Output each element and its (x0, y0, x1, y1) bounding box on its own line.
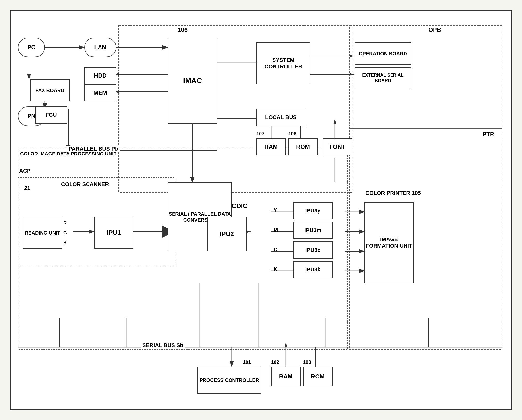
acp-text: ACP (19, 168, 30, 174)
reading-unit-label: READING UNIT (25, 230, 60, 236)
svg-marker-68 (285, 342, 287, 347)
serial-bus-text: SERIAL BUS Sb (142, 342, 183, 348)
num-107: 107 (256, 131, 264, 137)
ipu2-block: IPU2 (207, 217, 246, 251)
color-scanner-text: COLOR SCANNER (61, 181, 109, 187)
ram-top-label: RAM (264, 143, 278, 151)
local-bus-label: LOCAL BUS (265, 114, 297, 121)
b-text: B (63, 240, 67, 245)
mem-label: MEM (93, 89, 107, 97)
reading-unit-block: READING UNIT (23, 217, 62, 249)
ipu3c-block: IPU3c (293, 241, 333, 259)
num-103-text: 103 (303, 359, 311, 365)
ipu2-label: IPU2 (220, 230, 234, 238)
external-serial-board-label: EXTERNAL SERIAL BOARD (355, 73, 411, 83)
num-101: 101 (243, 359, 251, 365)
system-controller-block: SYSTEM CONTROLLER (256, 42, 310, 84)
c-text: C (274, 246, 277, 252)
hdd-block: HDD (84, 67, 116, 84)
pc-block: PC (18, 38, 45, 57)
color-image-data-label: COLOR IMAGE DATA PROCESSING UNIT (19, 151, 117, 157)
imac-block: IMAC (168, 38, 217, 124)
svg-marker-46 (246, 230, 251, 233)
color-printer-text: COLOR PRINTER 105 (365, 190, 421, 196)
lan-block: LAN (84, 38, 116, 57)
local-bus-block: LOCAL BUS (256, 109, 305, 126)
cdic-text: CDIC (232, 202, 247, 210)
ipu3c-label: IPU3c (305, 247, 320, 253)
num-103: 103 (303, 359, 311, 365)
imac-label: IMAC (183, 76, 202, 85)
rom-bottom-label: ROM (311, 373, 325, 380)
ram-bottom-label: RAM (279, 373, 293, 380)
svg-marker-22 (350, 55, 355, 57)
m-label: M (274, 227, 278, 233)
diagram-container: PC PN LAN HDD MEM FAX BOARD FCU IMAC SYS… (10, 10, 512, 410)
num-108: 108 (288, 131, 296, 137)
y-label: Y (274, 207, 277, 213)
color-image-data-text: COLOR IMAGE DATA PROCESSING UNIT (20, 151, 116, 156)
rom-bottom-block: ROM (303, 367, 333, 386)
ipu1-block: IPU1 (94, 217, 133, 249)
rom-top-label: ROM (296, 143, 310, 151)
num-106: 106 (178, 27, 188, 33)
svg-marker-25 (350, 73, 355, 76)
external-serial-board-block: EXTERNAL SERIAL BOARD (355, 67, 411, 89)
pn-label: PN (27, 113, 35, 120)
svg-rect-1 (119, 25, 352, 192)
lan-label: LAN (94, 44, 106, 51)
b-label: B (63, 240, 67, 245)
rom-top-block: ROM (288, 138, 318, 155)
ram-top-block: RAM (256, 138, 286, 155)
ptr-label: PTR (482, 131, 494, 138)
opb-text: OPB (428, 27, 441, 33)
acp-label: ACP (19, 168, 30, 174)
ptr-text: PTR (482, 131, 494, 138)
process-controller-label: PROCESS CONTROLLER (200, 377, 259, 383)
ipu3y-label: IPU3y (305, 208, 320, 214)
ipu3k-block: IPU3k (293, 261, 333, 278)
r-label: R (63, 221, 67, 226)
num-102: 102 (271, 359, 279, 365)
num-101-text: 101 (243, 359, 251, 365)
opb-label: OPB (428, 27, 441, 33)
c-label: C (274, 246, 277, 253)
y-text: Y (274, 207, 277, 213)
process-controller-block: PROCESS CONTROLLER (197, 367, 261, 394)
num-108-text: 108 (288, 131, 296, 136)
ipu3m-block: IPU3m (293, 222, 333, 239)
m-text: M (274, 227, 278, 233)
serial-bus-label: SERIAL BUS Sb (141, 342, 185, 349)
g-label: G (63, 230, 67, 236)
color-scanner-label: COLOR SCANNER (60, 181, 110, 188)
num-21-text: 21 (24, 185, 30, 191)
num-102-text: 102 (271, 359, 279, 365)
fcu-block: FCU (35, 106, 67, 124)
font-label: FONT (329, 143, 345, 151)
mem-block: MEM (84, 84, 116, 101)
svg-marker-71 (314, 342, 315, 347)
pc-label: PC (27, 44, 35, 51)
num-107-text: 107 (256, 131, 264, 136)
image-formation-block: IMAGE FORMATION UNIT (364, 202, 414, 283)
font-block: FONT (323, 138, 352, 155)
cdic-label: CDIC (232, 202, 247, 210)
k-label: K (274, 266, 277, 272)
ram-bottom-block: RAM (271, 367, 301, 386)
fax-board-block: FAX BOARD (30, 79, 70, 101)
system-controller-label: SYSTEM CONTROLLER (257, 57, 310, 70)
image-formation-label: IMAGE FORMATION UNIT (365, 236, 413, 249)
fcu-label: FCU (45, 112, 57, 118)
ipu3y-block: IPU3y (293, 202, 333, 219)
ipu3m-label: IPU3m (304, 227, 321, 234)
color-printer-label: COLOR PRINTER 105 (364, 190, 422, 196)
num-106-text: 106 (178, 27, 188, 33)
ipu1-label: IPU1 (107, 229, 121, 237)
k-text: K (274, 266, 277, 272)
num-21: 21 (24, 185, 30, 191)
operation-board-label: OPERATION BOARD (359, 51, 407, 56)
r-text: R (63, 221, 67, 225)
g-text: G (63, 230, 67, 235)
hdd-label: HDD (94, 72, 107, 79)
svg-marker-39 (334, 119, 336, 124)
